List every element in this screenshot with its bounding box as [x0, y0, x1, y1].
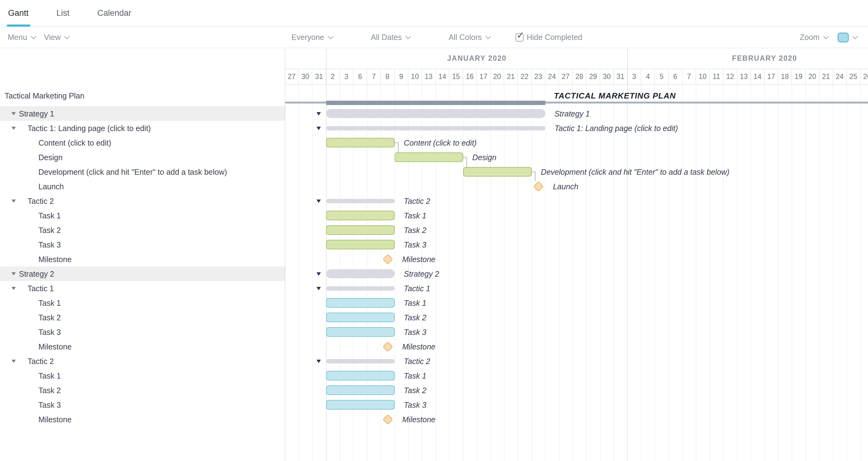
dependency-connector — [398, 142, 399, 153]
tab-list-label: List — [56, 8, 69, 18]
tab-calendar[interactable]: Calendar — [97, 0, 131, 26]
task-name[interactable]: Milestone — [38, 415, 72, 424]
collapse-triangle-icon[interactable] — [11, 360, 16, 363]
gantt-bar-label: Task 3 — [404, 400, 427, 409]
menu-button-label: Menu — [8, 33, 27, 42]
chevron-down-icon — [485, 33, 491, 39]
color-swatch-icon — [838, 33, 849, 42]
collapse-triangle-icon[interactable] — [316, 287, 321, 290]
milestone-diamond[interactable] — [382, 341, 393, 352]
active-tab-underline — [7, 25, 30, 27]
grid-line — [860, 84, 861, 461]
dates-filter-button[interactable]: All Dates — [371, 27, 410, 48]
day-header-cell: 31 — [312, 69, 326, 84]
gantt-app: Gantt List Calendar Menu View Everyone A… — [0, 0, 868, 461]
task-name[interactable]: Launch — [38, 182, 64, 191]
gantt-bar-task[interactable] — [326, 225, 395, 235]
month-boundary-line — [326, 48, 327, 461]
day-header-cell: 24 — [545, 69, 559, 84]
gantt-bar-task[interactable] — [326, 400, 395, 409]
task-name[interactable]: Tactic 1: Landing page (click to edit) — [28, 124, 151, 133]
month-header: JANUARY 2020 — [326, 48, 627, 69]
gantt-bar-strategy[interactable] — [326, 269, 395, 278]
task-name[interactable]: Task 3 — [38, 240, 61, 249]
collapse-triangle-icon[interactable] — [11, 287, 16, 290]
day-header-cell: 7 — [367, 69, 381, 84]
task-name[interactable]: Milestone — [38, 255, 72, 264]
view-button[interactable]: View — [44, 27, 69, 48]
menu-button[interactable]: Menu — [8, 27, 36, 48]
task-name[interactable]: Tactic 2 — [28, 357, 54, 366]
task-name[interactable]: Task 2 — [38, 386, 61, 395]
task-name[interactable]: Tactic 2 — [28, 196, 54, 205]
chevron-down-icon — [64, 33, 70, 39]
grid-line — [723, 84, 723, 461]
gantt-bar-task[interactable] — [326, 211, 395, 220]
task-name[interactable]: Strategy 2 — [19, 269, 54, 278]
chevron-down-icon — [823, 33, 829, 39]
gantt-bar-task[interactable] — [326, 240, 395, 250]
gantt-bar-label: Task 2 — [404, 313, 427, 322]
collapse-triangle-icon[interactable] — [11, 199, 16, 203]
day-header-cell: 30 — [299, 69, 312, 84]
gantt-bar-task[interactable] — [463, 167, 532, 176]
milestone-diamond[interactable] — [382, 254, 393, 265]
task-name[interactable]: Content (click to edit) — [38, 138, 111, 147]
task-name[interactable]: Design — [38, 153, 63, 162]
hide-completed-checkbox[interactable]: ✓ Hide Completed — [516, 27, 582, 48]
gantt-bar-task[interactable] — [326, 371, 395, 381]
collapse-triangle-icon[interactable] — [316, 199, 321, 203]
task-name[interactable]: Task 2 — [38, 226, 61, 234]
gantt-bar-task[interactable] — [326, 298, 395, 308]
task-name[interactable]: Task 1 — [38, 298, 61, 307]
gantt-bar-task[interactable] — [326, 327, 395, 337]
collapse-triangle-icon[interactable] — [11, 127, 16, 130]
gantt-bar-task[interactable] — [326, 138, 395, 147]
gantt-bar-task[interactable] — [326, 386, 395, 395]
collapse-triangle-icon[interactable] — [11, 272, 16, 275]
task-name[interactable]: Task 3 — [38, 400, 61, 409]
collapse-triangle-icon[interactable] — [316, 272, 321, 276]
project-title[interactable]: Tactical Marketing Plan — [5, 91, 84, 100]
colors-filter-button[interactable]: All Colors — [448, 27, 490, 48]
tab-gantt[interactable]: Gantt — [8, 0, 29, 26]
gantt-bar-task[interactable] — [326, 312, 395, 322]
gantt-bar-tactic[interactable] — [326, 126, 545, 130]
collapse-triangle-icon[interactable] — [316, 127, 321, 130]
task-name[interactable]: Task 1 — [38, 211, 61, 220]
grid-line — [792, 84, 792, 461]
task-name[interactable]: Task 3 — [38, 327, 61, 336]
day-header-cell: 16 — [463, 69, 477, 84]
task-name[interactable]: Milestone — [38, 342, 72, 351]
gantt-bar-tactic[interactable] — [326, 286, 395, 291]
color-picker-button[interactable] — [838, 27, 857, 48]
grid-line — [682, 84, 683, 461]
project-chart-label: TACTICAL MARKETING PLAN — [554, 91, 676, 101]
project-summary-bar[interactable] — [326, 101, 545, 105]
collapse-triangle-icon[interactable] — [316, 360, 321, 363]
milestone-diamond[interactable] — [382, 414, 393, 425]
people-filter-button[interactable]: Everyone — [291, 27, 333, 48]
day-header-cell: 27 — [285, 69, 299, 84]
gantt-bar-tactic[interactable] — [326, 199, 395, 203]
day-header-cell: 28 — [572, 69, 586, 84]
day-header-cell: 21 — [504, 69, 518, 84]
gantt-bar-label: Milestone — [402, 415, 436, 424]
collapse-triangle-icon[interactable] — [316, 112, 321, 116]
gantt-bar-strategy[interactable] — [326, 109, 545, 118]
month-header: FEBRUARY 2020 — [627, 48, 868, 69]
task-name[interactable]: Development (click and hit "Enter" to ad… — [38, 167, 227, 176]
collapse-triangle-icon[interactable] — [11, 112, 16, 115]
tab-list[interactable]: List — [56, 0, 69, 26]
gantt-bar-label: Task 2 — [404, 386, 427, 395]
task-name[interactable]: Tactic 1 — [28, 284, 54, 293]
milestone-diamond[interactable] — [533, 181, 544, 192]
task-name[interactable]: Task 2 — [38, 313, 61, 322]
grid-line — [477, 84, 477, 461]
gantt-bar-tactic[interactable] — [326, 359, 395, 363]
gantt-bar-task[interactable] — [395, 153, 463, 162]
task-name[interactable]: Strategy 1 — [19, 109, 54, 118]
task-name[interactable]: Task 1 — [38, 371, 61, 380]
gantt-bar-label: Launch — [553, 182, 579, 191]
zoom-button[interactable]: Zoom — [800, 27, 828, 48]
